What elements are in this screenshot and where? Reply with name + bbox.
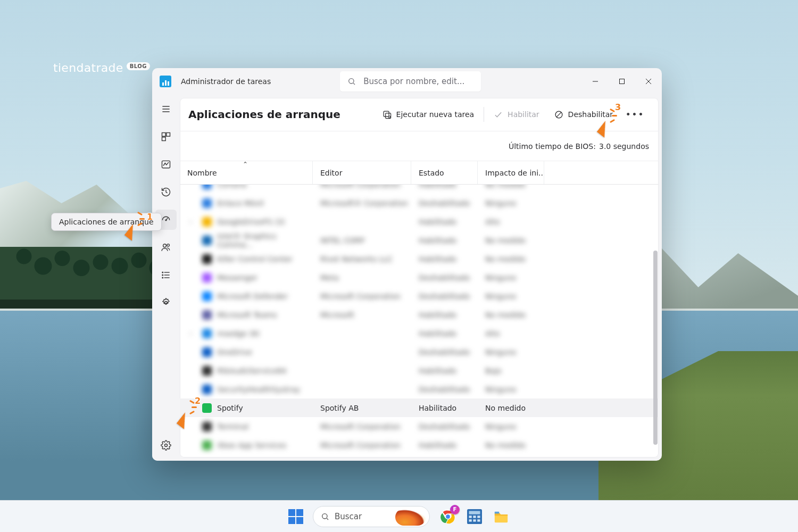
brand-logo: tiendatrade BLOG	[53, 61, 150, 74]
titlebar[interactable]: Administrador de tareas Busca por nombre…	[152, 68, 662, 95]
svg-point-15	[163, 244, 167, 247]
app-impact: Alto	[478, 329, 544, 338]
column-headers[interactable]: ⌃ Nombre Editor Estado Impacto de ini...	[180, 161, 659, 185]
app-editor: Spotify AB	[313, 404, 411, 412]
search-icon	[347, 77, 356, 86]
start-button[interactable]	[288, 509, 303, 524]
app-name: Killer Control Center	[217, 255, 293, 263]
svg-point-22	[162, 277, 163, 278]
app-impact: Ninguno	[478, 199, 544, 207]
app-icon	[202, 403, 212, 413]
sidebar-item-services[interactable]	[155, 293, 177, 313]
app-state: Deshabilitado	[411, 348, 478, 356]
sidebar-item-performance[interactable]	[155, 154, 177, 174]
table-row[interactable]: SpotifySpotify ABHabilitadoNo medido	[180, 398, 659, 417]
app-name: Intel® Graphics Comma...	[217, 232, 313, 249]
svg-rect-45	[495, 511, 499, 513]
taskbar-app-chrome[interactable]: F	[439, 508, 456, 525]
chrome-profile-badge: F	[450, 505, 460, 514]
enable-button: Habilitar	[486, 104, 547, 125]
app-icon	[160, 76, 171, 87]
minimize-button[interactable]	[582, 69, 609, 94]
table-row[interactable]: Intel® Graphics Comma...INTEL CORPHabili…	[180, 231, 659, 250]
app-name: Terminal	[217, 422, 248, 431]
app-state: Habilitado	[411, 185, 478, 189]
svg-rect-40	[473, 516, 476, 518]
app-state: Deshabilitado	[411, 292, 478, 301]
app-editor: Microsoft Corporation	[313, 422, 411, 431]
sidebar-settings[interactable]	[155, 435, 177, 455]
table-row[interactable]: Xbox App ServicesMicrosoft CorporationHa…	[180, 436, 659, 454]
app-icon	[202, 440, 212, 450]
app-state: Deshabilitado	[411, 273, 478, 282]
expand-icon[interactable]: ›	[189, 218, 192, 226]
app-name: OneDrive	[217, 348, 252, 356]
table-row[interactable]: Killer Control CenterRivet Networks LLCH…	[180, 250, 659, 268]
svg-rect-25	[384, 111, 389, 117]
table-row[interactable]: TerminalMicrosoft CorporationDeshabilita…	[180, 417, 659, 436]
table-row[interactable]: SecurityHealthSystrayDeshabilitadoNingun…	[180, 380, 659, 398]
app-icon	[202, 217, 212, 227]
sidebar-item-history[interactable]	[155, 182, 177, 202]
table-row[interactable]: ›GoogleDriveFS (3)HabilitadoAlto	[180, 212, 659, 231]
svg-rect-3	[620, 79, 625, 84]
table-row[interactable]: Microsoft TeamsMicrosoftHabilitadoNo med…	[180, 305, 659, 324]
svg-point-20	[162, 272, 163, 273]
svg-point-32	[322, 513, 327, 518]
app-name: Spotify	[217, 404, 243, 412]
table-row[interactable]: MessengerMetaDeshabilitadoNinguno	[180, 268, 659, 287]
taskbar-app-explorer[interactable]	[493, 508, 510, 525]
col-name[interactable]: ⌃ Nombre	[180, 161, 313, 184]
app-impact: Ninguno	[478, 348, 544, 356]
col-editor[interactable]: Editor	[313, 161, 411, 184]
col-impact[interactable]: Impacto de ini...	[478, 161, 544, 184]
maximize-button[interactable]	[609, 69, 635, 94]
taskbar-app-calculator[interactable]	[466, 508, 483, 525]
table-row[interactable]: ›msedge (8)HabilitadoAlto	[180, 324, 659, 343]
scrollbar-thumb[interactable]	[653, 251, 658, 445]
table-row[interactable]: RtkAudUService64HabilitadoBajo	[180, 361, 659, 380]
table-row[interactable]: OneDriveDeshabilitadoNinguno	[180, 343, 659, 361]
expand-icon[interactable]: ›	[189, 330, 192, 337]
app-icon	[202, 310, 212, 320]
startup-apps-list[interactable]: CortanaMicrosoft CorporationHabilitadoNo…	[180, 185, 659, 458]
sidebar-hamburger[interactable]	[155, 99, 177, 119]
app-name: Xbox App Services	[217, 441, 286, 450]
app-icon	[202, 198, 212, 208]
taskbar[interactable]: Buscar F	[0, 500, 798, 532]
col-state[interactable]: Estado	[411, 161, 478, 184]
scrollbar[interactable]	[653, 187, 658, 455]
close-button[interactable]	[635, 69, 662, 94]
taskbar-search[interactable]: Buscar	[313, 506, 430, 527]
app-impact: Ninguno	[478, 385, 544, 394]
svg-rect-44	[477, 519, 480, 521]
svg-rect-43	[473, 519, 476, 521]
search-icon	[321, 512, 329, 521]
app-impact: No medido	[478, 236, 544, 245]
app-icon	[202, 292, 212, 301]
app-impact: No medido	[478, 404, 544, 412]
disable-button[interactable]: Deshabilitar	[547, 104, 621, 125]
app-name: RtkAudUService64	[217, 367, 286, 375]
search-input[interactable]: Busca por nombre, edit...	[340, 71, 481, 92]
run-new-task-button[interactable]: Ejecutar nueva tarea	[375, 104, 482, 125]
sidebar-item-users[interactable]	[155, 237, 177, 257]
app-name: Microsoft Teams	[217, 311, 277, 319]
app-name: GoogleDriveFS (3)	[217, 218, 285, 226]
app-editor: Meta	[313, 273, 411, 282]
disable-icon	[554, 110, 563, 119]
window-title: Administrador de tareas	[181, 77, 271, 86]
svg-point-0	[349, 79, 354, 84]
svg-point-14	[165, 220, 167, 221]
more-button[interactable]: •••	[620, 104, 650, 125]
app-icon	[202, 273, 212, 282]
table-row[interactable]: Microsoft DefenderMicrosoft CorporationD…	[180, 287, 659, 305]
sidebar-item-processes[interactable]	[155, 127, 177, 147]
app-editor: Microsoft® Corporation	[313, 199, 411, 207]
app-impact: Bajo	[478, 367, 544, 375]
app-icon	[202, 236, 212, 245]
table-row[interactable]: CortanaMicrosoft CorporationHabilitadoNo…	[180, 185, 659, 194]
sidebar-item-details[interactable]	[155, 265, 177, 285]
table-row[interactable]: Enlace MóvilMicrosoft® CorporationDeshab…	[180, 194, 659, 212]
search-flare-icon	[395, 509, 426, 526]
